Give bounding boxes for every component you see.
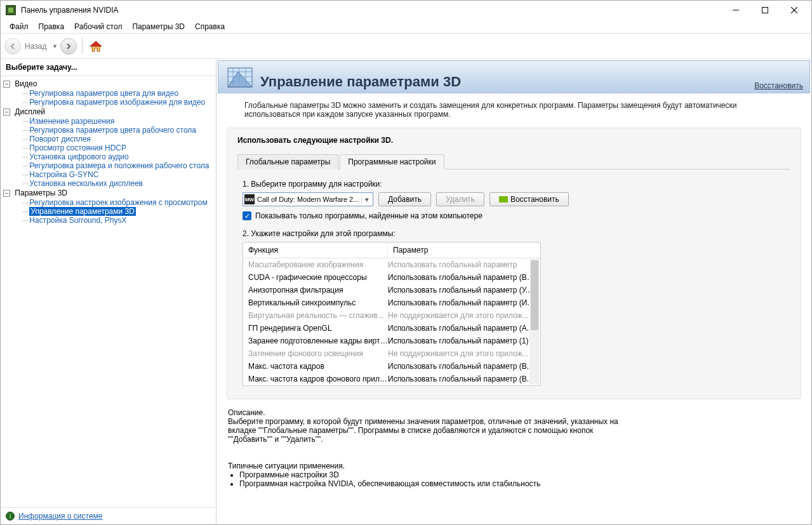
tree-item[interactable]: Регулировка параметров цвета рабочего ст… [29,126,196,135]
page-intro: Глобальные параметры 3D можно заменить и… [244,101,786,119]
home-button[interactable] [88,38,104,55]
usage-item: Программная настройка NVIDIA, обеспечива… [239,479,800,488]
settings-param: Использовать глобальный параметр (Все) [388,273,535,282]
tree-group-3d[interactable]: Параметры 3D [15,189,67,197]
tree-item[interactable]: Установка цифрового аудио [29,152,128,161]
settings-table: Функция Параметр Масштабирование изображ… [243,242,541,386]
remove-button[interactable]: Удалить [436,192,484,206]
tree-group-display[interactable]: Дисплей [15,107,45,116]
tree-item[interactable]: Настройка Surround, PhysX [29,216,126,225]
sidebar-header: Выберите задачу... [1,59,216,76]
settings-row[interactable]: Масштабирование изображенияИспользовать … [243,258,540,271]
back-label: Назад [22,42,49,51]
menu-help[interactable]: Справка [190,21,230,32]
back-button[interactable] [4,38,21,55]
add-button[interactable]: Добавить [378,192,431,206]
window-title: Панель управления NVIDIA [21,6,721,15]
menu-desktop[interactable]: Рабочий стол [69,21,127,32]
description-section: Описание. Выберите программу, в которой … [228,408,800,488]
settings-panel: Использовать следующие настройки 3D. Гло… [227,128,801,399]
toolbar: Назад ▼ [1,34,811,59]
settings-function: Затенение фонового освещения [248,349,388,358]
forward-button[interactable] [60,38,77,55]
settings-param: Не поддерживается для этого прилож... [388,349,535,358]
tree-item[interactable]: Регулировка настроек изображения с просм… [29,198,207,207]
tree-group-video[interactable]: Видео [15,79,37,88]
tabs: Глобальные параметры Программные настрой… [237,154,790,169]
settings-row[interactable]: Заранее подготовленные кадры вирту...Исп… [243,335,540,347]
scrollbar-thumb[interactable] [531,260,538,330]
tree-item[interactable]: Просмотр состояния HDCP [29,143,126,152]
description-body: Выберите программу, в которой будут прим… [228,417,622,444]
settings-function: Масштабирование изображения [248,260,388,269]
usage-item: Программные настройки 3D [239,470,800,479]
restore-button-label: Восстановить [510,195,559,204]
settings-param: Использовать глобальный параметр (1) [388,336,535,345]
settings-row[interactable]: Анизотропная фильтрацияИспользовать глоб… [243,284,540,296]
settings-function: CUDA - графические процессоры [248,273,388,282]
app-icon [6,5,16,15]
tree-toggle-icon[interactable]: − [3,81,10,88]
tree-item[interactable]: Установка нескольких дисплеев [29,179,143,188]
menubar: Файл Правка Рабочий стол Параметры 3D Сп… [1,20,811,34]
minimize-button[interactable] [721,1,750,20]
tree-item[interactable]: Регулировка размера и положения рабочего… [29,161,209,170]
settings-row[interactable]: Макс. частота кадровИспользовать глобаль… [243,360,540,373]
panel-title: Использовать следующие настройки 3D. [237,136,790,145]
content: Управление параметрами 3D Восстановить Г… [216,59,811,524]
maximize-button[interactable] [750,1,780,20]
tab-program[interactable]: Программные настройки [340,154,444,169]
menu-edit[interactable]: Правка [34,21,70,32]
back-dropdown-icon[interactable]: ▼ [50,43,59,50]
menu-3d[interactable]: Параметры 3D [127,21,190,32]
tree-item[interactable]: Регулировка параметров цвета для видео [29,89,178,98]
col-function[interactable]: Функция [243,243,388,258]
scrollbar[interactable] [529,259,540,385]
settings-function: Макс. частота кадров [248,362,388,371]
program-select[interactable]: MW Call of Duty: Modern Warfare 2... ▾ [243,192,373,206]
settings-row[interactable]: Вертикальный синхроимпульсИспользовать г… [243,296,540,309]
settings-row[interactable]: ГП рендеринга OpenGLИспользовать глобаль… [243,322,540,335]
tree-item-selected[interactable]: Управление параметрами 3D [29,207,136,216]
col-param[interactable]: Параметр [388,243,540,258]
settings-param: Не поддерживается для этого прилож... [388,311,535,320]
system-info-link[interactable]: Информация о системе [18,512,102,521]
settings-param: Использовать глобальный параметр (В... [388,362,535,371]
chevron-down-icon: ▾ [361,196,371,204]
settings-param: Использовать глобальный параметр [388,260,535,269]
tree-toggle-icon[interactable]: − [3,190,10,197]
step1-label: 1. Выберите программу для настройки: [243,180,785,189]
settings-row[interactable]: Макс. частота кадров фонового прило...Ис… [243,373,540,385]
program-icon: MW [244,194,255,204]
page-title: Управление параметрами 3D [260,74,754,90]
settings-row[interactable]: Затенение фонового освещенияНе поддержив… [243,347,540,360]
show-only-found-checkbox[interactable]: ✓ [243,211,251,220]
restore-button[interactable]: Восстановить [489,192,569,206]
tab-global[interactable]: Глобальные параметры [237,154,338,169]
tree-item[interactable]: Настройка G-SYNC [29,170,98,179]
svg-rect-1 [762,8,768,13]
settings-param: Использовать глобальный параметр (И... [388,298,535,307]
settings-param: Использовать глобальный параметр (А... [388,324,535,333]
tree-toggle-icon[interactable]: − [3,109,10,116]
settings-function: Заранее подготовленные кадры вирту... [248,336,388,345]
close-button[interactable] [780,1,809,20]
menu-file[interactable]: Файл [4,21,34,32]
settings-function: Макс. частота кадров фонового прило... [248,375,388,383]
settings-row[interactable]: Виртуальная реальность — сглажив...Не по… [243,309,540,322]
info-icon: i [6,512,15,521]
settings-row[interactable]: CUDA - графические процессорыИспользоват… [243,271,540,284]
page-header-icon [225,65,255,90]
description-title: Описание. [228,408,800,417]
tree-item[interactable]: Поворот дисплея [29,135,91,143]
sidebar: Выберите задачу... − Видео ····Регулиров… [1,59,216,524]
restore-defaults-link[interactable]: Восстановить [754,81,803,90]
settings-param: Использовать глобальный параметр (У... [388,286,535,295]
tree-item[interactable]: Регулировка параметров изображения для в… [29,98,205,107]
toolbar-separator [82,38,83,55]
usage-title: Типичные ситуации применения. [228,462,800,470]
tree-item[interactable]: Изменение разрешения [29,117,114,126]
svg-marker-5 [90,41,102,46]
task-tree: − Видео ····Регулировка параметров цвета… [1,76,216,507]
program-select-value: Call of Duty: Modern Warfare 2... [257,196,361,203]
